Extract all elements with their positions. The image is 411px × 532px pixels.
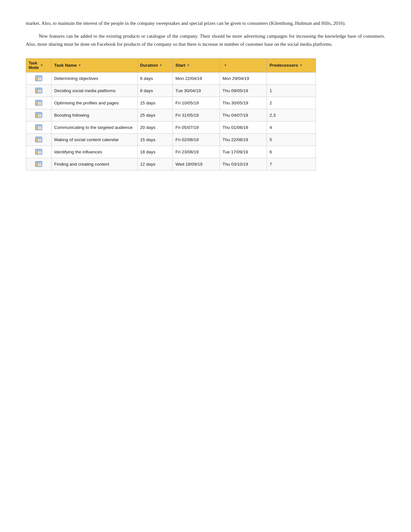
table-row: Finding and creating content12 daysWed 1… bbox=[26, 158, 316, 170]
predecessors-cell: 1 bbox=[267, 84, 316, 97]
task-name-cell: Finding and creating content bbox=[52, 158, 138, 170]
project-table: Task Mode ▼ Task Name ▼ Duration ▼ bbox=[26, 58, 316, 170]
predecessors-cell: 2 bbox=[267, 97, 316, 109]
task-name-cell: Optimising the profiles and pages bbox=[52, 97, 138, 109]
svg-point-3 bbox=[36, 76, 37, 77]
task-name-cell: Communicating to the targeted audience bbox=[52, 121, 138, 133]
finish-cell: Thu 03/10/19 bbox=[220, 158, 267, 170]
duration-dropdown-arrow[interactable]: ▼ bbox=[159, 63, 162, 67]
svg-rect-26 bbox=[36, 104, 37, 105]
task-name-dropdown-arrow[interactable]: ▼ bbox=[78, 63, 81, 67]
svg-point-30 bbox=[36, 113, 37, 113]
header-duration[interactable]: Duration ▼ bbox=[137, 58, 173, 72]
start-dropdown-arrow[interactable]: ▼ bbox=[187, 63, 190, 67]
project-table-wrapper: Task Mode ▼ Task Name ▼ Duration ▼ bbox=[26, 58, 385, 170]
finish-cell: Mon 29/04/19 bbox=[220, 72, 267, 84]
task-mode-cell bbox=[26, 97, 52, 109]
svg-point-57 bbox=[36, 150, 37, 150]
task-mode-cell bbox=[26, 72, 52, 84]
header-task-mode[interactable]: Task Mode ▼ bbox=[26, 58, 52, 72]
paragraph-1: market. Also, to maintain the interest o… bbox=[26, 19, 385, 28]
svg-rect-8 bbox=[36, 79, 37, 80]
table-row: Identifying the influences18 daysFri 23/… bbox=[26, 146, 316, 158]
start-cell: Fri 10/05/19 bbox=[173, 97, 220, 109]
duration-cell: 6 days bbox=[137, 72, 173, 84]
duration-cell: 25 days bbox=[137, 109, 173, 121]
duration-cell: 18 days bbox=[137, 146, 173, 158]
task-mode-dropdown-arrow[interactable]: ▼ bbox=[40, 63, 43, 67]
task-mode-icon bbox=[34, 148, 43, 155]
task-mode-icon bbox=[34, 160, 43, 168]
task-mode-cell bbox=[26, 158, 52, 170]
header-task-name[interactable]: Task Name ▼ bbox=[52, 58, 138, 72]
predecessors-cell: 2,3 bbox=[267, 109, 316, 121]
svg-point-21 bbox=[36, 101, 37, 101]
header-finish[interactable]: ▼ bbox=[220, 58, 267, 72]
start-cell: Fri 02/08/19 bbox=[173, 133, 220, 146]
predecessors-cell: 7 bbox=[267, 158, 316, 170]
task-mode-cell bbox=[26, 84, 52, 97]
table-header-row: Task Mode ▼ Task Name ▼ Duration ▼ bbox=[26, 58, 316, 72]
predecessors-dropdown-arrow[interactable]: ▼ bbox=[299, 63, 303, 67]
task-mode-cell bbox=[26, 121, 52, 133]
duration-cell: 15 days bbox=[137, 97, 173, 109]
table-body: Determining objectives6 daysMon 22/04/19… bbox=[26, 72, 316, 170]
svg-rect-23 bbox=[36, 102, 37, 103]
svg-point-48 bbox=[36, 137, 37, 138]
table-row: Making of social content calendar15 days… bbox=[26, 133, 316, 146]
task-mode-icon bbox=[34, 111, 43, 119]
predecessors-cell bbox=[267, 72, 316, 84]
svg-rect-17 bbox=[36, 92, 37, 92]
table-row: Deciding social media platforms8 daysTue… bbox=[26, 84, 316, 97]
svg-rect-5 bbox=[36, 78, 37, 79]
duration-cell: 12 days bbox=[137, 158, 173, 170]
start-cell: Fri 05/07/19 bbox=[173, 121, 220, 133]
svg-rect-44 bbox=[36, 128, 37, 129]
task-name-cell: Identifying the influences bbox=[52, 146, 138, 158]
task-mode-cell bbox=[26, 109, 52, 121]
task-mode-icon bbox=[34, 87, 43, 94]
table-row: Communicating to the targeted audience20… bbox=[26, 121, 316, 133]
start-cell: Tue 30/04/19 bbox=[173, 84, 220, 97]
svg-point-39 bbox=[36, 125, 37, 126]
predecessors-cell: 5 bbox=[267, 133, 316, 146]
svg-rect-59 bbox=[36, 151, 37, 152]
finish-cell: Thu 09/05/19 bbox=[220, 84, 267, 97]
svg-rect-71 bbox=[36, 165, 37, 166]
task-mode-icon bbox=[34, 99, 43, 106]
svg-rect-35 bbox=[36, 116, 37, 117]
task-mode-cell bbox=[26, 146, 52, 158]
text-content: market. Also, to maintain the interest o… bbox=[26, 19, 385, 49]
duration-cell: 20 days bbox=[137, 121, 173, 133]
predecessors-cell: 6 bbox=[267, 146, 316, 158]
table-row: Determining objectives6 daysMon 22/04/19… bbox=[26, 72, 316, 84]
svg-rect-32 bbox=[36, 115, 37, 116]
svg-point-66 bbox=[36, 162, 37, 162]
table-row: Optimising the profiles and pages15 days… bbox=[26, 97, 316, 109]
svg-rect-53 bbox=[36, 140, 37, 141]
finish-cell: Thu 01/08/19 bbox=[220, 121, 267, 133]
svg-rect-62 bbox=[36, 153, 37, 154]
task-name-cell: Making of social content calendar bbox=[52, 133, 138, 146]
finish-dropdown-arrow[interactable]: ▼ bbox=[224, 63, 227, 67]
svg-point-12 bbox=[36, 88, 37, 89]
finish-cell: Thu 22/08/19 bbox=[220, 133, 267, 146]
svg-rect-68 bbox=[36, 164, 37, 165]
svg-rect-50 bbox=[36, 139, 37, 140]
task-name-cell: Deciding social media platforms bbox=[52, 84, 138, 97]
predecessors-cell: 4 bbox=[267, 121, 316, 133]
start-cell: Fri 23/08/19 bbox=[173, 146, 220, 158]
task-name-cell: Determining objectives bbox=[52, 72, 138, 84]
svg-rect-14 bbox=[36, 90, 37, 91]
duration-cell: 8 days bbox=[137, 84, 173, 97]
finish-cell: Tue 17/09/19 bbox=[220, 146, 267, 158]
duration-cell: 15 days bbox=[137, 133, 173, 146]
header-predecessors[interactable]: Predecessors ▼ bbox=[267, 58, 316, 72]
start-cell: Mon 22/04/19 bbox=[173, 72, 220, 84]
task-name-cell: Boosting following bbox=[52, 109, 138, 121]
header-start[interactable]: Start ▼ bbox=[173, 58, 220, 72]
task-mode-icon bbox=[34, 75, 43, 82]
paragraph-2: New features can be added to the existin… bbox=[26, 32, 385, 49]
task-mode-cell bbox=[26, 133, 52, 146]
table-row: Boosting following25 daysFri 31/05/19Thu… bbox=[26, 109, 316, 121]
